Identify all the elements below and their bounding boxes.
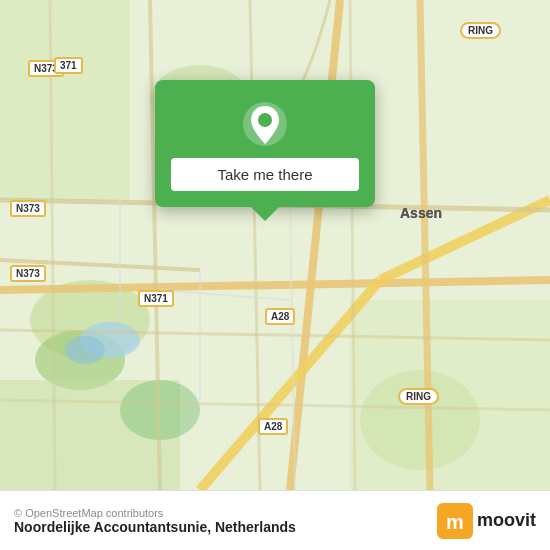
map-footer: © OpenStreetMap contributors Noordelijke… <box>0 490 550 550</box>
road-badge-n373-low: N373 <box>10 265 46 282</box>
moovit-logo-icon: m <box>437 503 473 539</box>
popup-card: Take me there <box>155 80 375 207</box>
footer-info: © OpenStreetMap contributors Noordelijke… <box>14 507 296 535</box>
copyright-text: © OpenStreetMap contributors <box>14 507 296 519</box>
road-badge-a28-mid: A28 <box>265 308 295 325</box>
svg-rect-3 <box>0 0 130 200</box>
location-name: Noordelijke Accountantsunie, Netherlands <box>14 519 296 535</box>
moovit-text: moovit <box>477 510 536 531</box>
assen-city-label: Assen <box>400 205 442 221</box>
svg-point-29 <box>258 113 272 127</box>
road-badge-n371: N371 <box>138 290 174 307</box>
road-badge-n373-mid: N373 <box>10 200 46 217</box>
map-background <box>0 0 550 490</box>
svg-text:m: m <box>446 511 464 533</box>
svg-point-6 <box>360 370 480 470</box>
ring-badge-bot: RING <box>398 388 439 405</box>
map-container: N373 N373 N373 N371 371 A28 A28 RING RIN… <box>0 0 550 490</box>
road-badge-a28-bot: A28 <box>258 418 288 435</box>
moovit-logo: m moovit <box>437 503 536 539</box>
take-me-there-button[interactable]: Take me there <box>171 158 359 191</box>
map-pin-icon <box>241 100 289 148</box>
road-badge-371: 371 <box>54 57 83 74</box>
ring-badge-top: RING <box>460 22 501 39</box>
svg-point-10 <box>65 336 105 364</box>
